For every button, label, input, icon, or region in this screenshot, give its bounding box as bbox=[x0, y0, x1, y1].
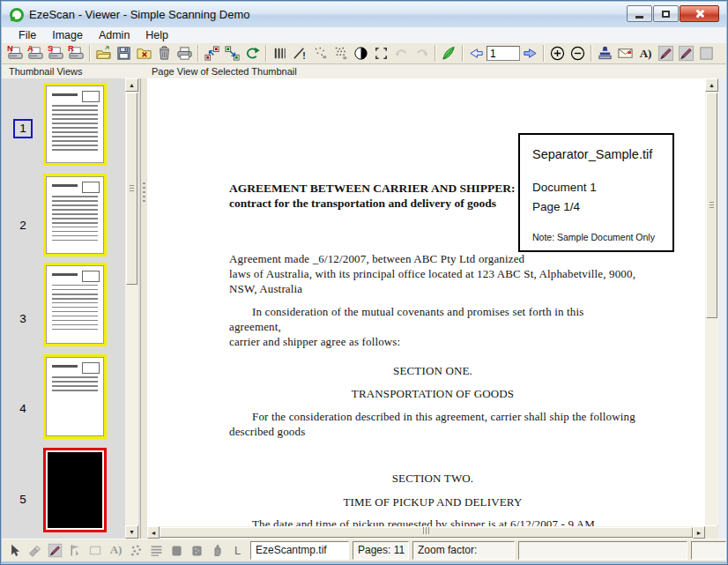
select-region-button[interactable] bbox=[696, 44, 717, 63]
pen-icon[interactable] bbox=[46, 541, 64, 559]
zoom-in-button[interactable] bbox=[547, 44, 568, 63]
mini-text-lines bbox=[52, 376, 97, 393]
thumbnail-panel: 12345 ▲ ▼ bbox=[2, 78, 141, 539]
text-annotation-button[interactable]: A) bbox=[635, 44, 656, 63]
scroll-right-button[interactable]: ► bbox=[693, 526, 705, 539]
scrollbar-corner bbox=[705, 526, 718, 539]
label-l-icon[interactable]: L bbox=[228, 541, 247, 559]
blob-icon[interactable] bbox=[167, 541, 186, 559]
crop-button[interactable] bbox=[371, 44, 391, 63]
stamp-button[interactable] bbox=[595, 44, 615, 63]
crop-icon bbox=[373, 45, 390, 62]
delete-page-button[interactable] bbox=[154, 44, 175, 63]
mini-heading bbox=[52, 273, 78, 276]
menu-help[interactable]: Help bbox=[137, 28, 176, 42]
menu-file[interactable]: File bbox=[11, 28, 44, 42]
hand-icon[interactable] bbox=[208, 541, 227, 559]
scroll-up-button[interactable]: ▲ bbox=[705, 78, 718, 92]
text-annotation-icon: A) bbox=[640, 47, 652, 61]
text-a-icon[interactable]: A) bbox=[107, 541, 125, 559]
document-paragraph: Agreement made _6/12/2007, between ABC P… bbox=[229, 251, 636, 296]
scroll-up-button[interactable]: ▲ bbox=[125, 78, 138, 92]
highlight-pen-2-button[interactable] bbox=[676, 44, 696, 63]
open-file-button[interactable] bbox=[93, 44, 114, 63]
redo-button[interactable] bbox=[412, 44, 432, 63]
auto-deskew-button[interactable]: ! bbox=[290, 44, 310, 63]
move-page-forward-button[interactable] bbox=[222, 44, 242, 63]
despeckle-heavy-button[interactable] bbox=[331, 44, 351, 63]
scroll-down-button[interactable]: ▼ bbox=[125, 525, 138, 539]
mail-annotation-icon bbox=[617, 45, 634, 62]
brightness-contrast-button[interactable] bbox=[351, 44, 371, 63]
thumbnail-1[interactable] bbox=[43, 83, 107, 166]
panel-splitter[interactable] bbox=[141, 78, 147, 539]
rotate-page-button[interactable] bbox=[242, 44, 263, 63]
thumbnail-scrollbar[interactable]: ▲ ▼ bbox=[125, 78, 138, 539]
print-icon bbox=[176, 45, 193, 62]
scan-new-button[interactable]: N bbox=[5, 44, 26, 63]
thumbnail-number-1: 1 bbox=[13, 119, 33, 138]
despeckle-light-button[interactable] bbox=[310, 44, 331, 63]
status-tool-icons: A)L bbox=[5, 541, 247, 559]
document-paragraph: TRANSPORTATION OF GOODS bbox=[229, 386, 636, 401]
status-bar: A)L EzeScantmp.tif Pages: 11 Zoom factor… bbox=[2, 539, 726, 561]
toolbar: NASR!A) bbox=[2, 43, 726, 64]
status-blank-panel bbox=[518, 541, 687, 560]
scribble-icon[interactable] bbox=[127, 541, 145, 559]
separator-document-label: Document 1 bbox=[532, 181, 597, 194]
thumbnail-panel-header: Thumbnail Views bbox=[9, 66, 83, 77]
thumbnail-number-3: 3 bbox=[13, 309, 33, 329]
thumbnail-2[interactable] bbox=[43, 174, 107, 256]
thumbnail-5[interactable] bbox=[43, 448, 107, 532]
blob-dots-icon[interactable] bbox=[188, 541, 206, 559]
ezescan-logo-icon bbox=[10, 8, 24, 22]
scrollbar-thumb[interactable] bbox=[706, 93, 717, 318]
menu-bar: File Image Admin Help bbox=[2, 27, 726, 43]
flag-icon[interactable] bbox=[66, 541, 85, 559]
save-file-icon bbox=[115, 45, 132, 62]
maximize-button[interactable] bbox=[653, 5, 679, 22]
eraser-icon[interactable] bbox=[26, 541, 44, 559]
next-page-button[interactable] bbox=[520, 44, 540, 63]
rect-icon[interactable] bbox=[86, 541, 105, 559]
auto-deskew-icon: ! bbox=[292, 45, 308, 62]
page-horizontal-scrollbar[interactable]: ◄ ► bbox=[147, 526, 705, 539]
mini-text-lines bbox=[52, 285, 97, 332]
pattern-icon[interactable] bbox=[147, 541, 166, 559]
zoom-out-button[interactable] bbox=[568, 44, 588, 63]
rotate-page-icon bbox=[244, 45, 261, 62]
print-button[interactable] bbox=[175, 44, 195, 63]
scroll-left-button[interactable]: ◄ bbox=[147, 526, 160, 539]
title-bar[interactable]: EzeScan - Viewer - Simple Scanning Demo bbox=[2, 2, 726, 27]
mini-text-lines bbox=[52, 196, 97, 242]
pointer-icon[interactable] bbox=[5, 541, 24, 559]
prev-page-button[interactable] bbox=[466, 44, 487, 63]
save-file-button[interactable] bbox=[114, 44, 134, 63]
page-number-input[interactable] bbox=[487, 46, 520, 61]
deskew-button[interactable] bbox=[270, 44, 290, 63]
thumbnail-page-preview bbox=[46, 450, 104, 530]
minimize-icon bbox=[635, 16, 643, 19]
scan-insert-button[interactable]: S bbox=[46, 44, 66, 63]
delete-file-button[interactable] bbox=[134, 44, 154, 63]
panel-headers: Thumbnail Views Page View of Selected Th… bbox=[2, 64, 726, 78]
move-page-forward-icon bbox=[224, 45, 241, 62]
scan-rescan-button[interactable]: R bbox=[66, 44, 86, 63]
move-page-back-button[interactable] bbox=[202, 44, 222, 63]
thumbnail-4[interactable] bbox=[43, 354, 107, 439]
scrollbar-thumb[interactable] bbox=[126, 93, 137, 285]
close-button[interactable] bbox=[680, 5, 719, 22]
mail-annotation-button[interactable] bbox=[615, 44, 635, 63]
minimize-button[interactable] bbox=[627, 5, 652, 22]
page-vertical-scrollbar[interactable]: ▲ ▼ bbox=[705, 78, 718, 539]
undo-button[interactable] bbox=[391, 44, 412, 63]
menu-admin[interactable]: Admin bbox=[91, 28, 137, 42]
mini-heading bbox=[52, 184, 78, 187]
scrollbar-thumb[interactable] bbox=[160, 527, 693, 538]
menu-image[interactable]: Image bbox=[44, 28, 91, 42]
toolbar-separator bbox=[197, 45, 199, 62]
thumbnail-3[interactable] bbox=[43, 263, 107, 346]
scan-append-button[interactable]: A bbox=[26, 44, 46, 63]
highlight-pen-1-button[interactable] bbox=[656, 44, 676, 63]
cleanup-pen-button[interactable] bbox=[439, 44, 459, 63]
